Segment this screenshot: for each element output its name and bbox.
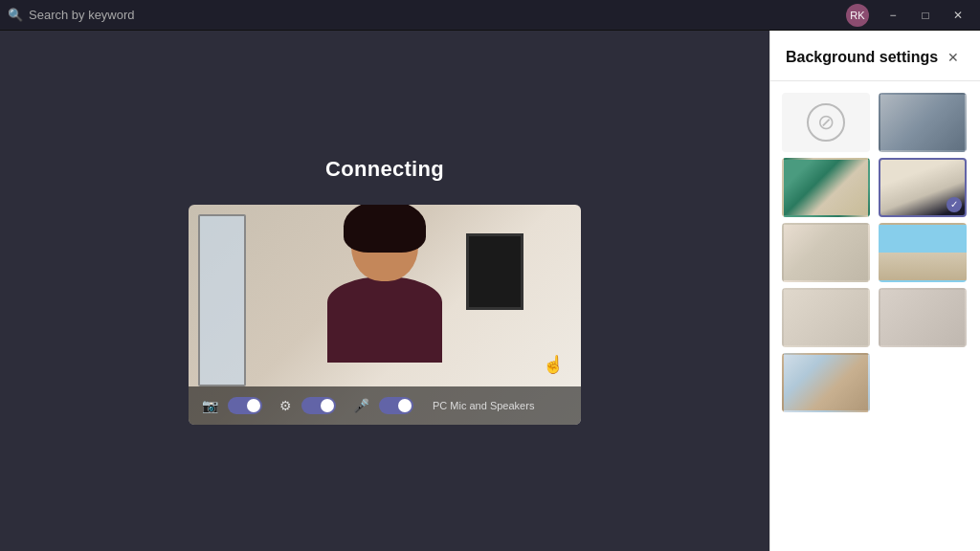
bg-option-beige[interactable] bbox=[782, 288, 870, 347]
search-area: 🔍 Search by keyword bbox=[8, 8, 135, 22]
person-body bbox=[327, 276, 442, 363]
person-silhouette bbox=[289, 205, 480, 386]
connecting-status: Connecting bbox=[325, 157, 444, 182]
audio-device-label: PC Mic and Speakers bbox=[433, 400, 534, 411]
bg-option-office2[interactable] bbox=[879, 158, 967, 217]
no-background-icon: ⊘ bbox=[807, 103, 845, 142]
camera-icon: 📷 bbox=[202, 398, 218, 413]
mic-toggle-knob bbox=[398, 399, 412, 412]
background-grid: ⊘ bbox=[770, 81, 980, 424]
bg-option-room1[interactable] bbox=[782, 223, 870, 282]
panel-header: Background settings ✕ bbox=[770, 31, 980, 81]
panel-title: Background settings bbox=[786, 49, 938, 66]
camera-toggle[interactable] bbox=[228, 397, 262, 414]
bg-option-office1[interactable] bbox=[782, 158, 870, 217]
maximize-button[interactable]: □ bbox=[911, 2, 940, 29]
search-icon: 🔍 bbox=[8, 8, 23, 22]
window-decoration bbox=[198, 214, 246, 386]
video-control-bar: 📷 ⚙ 🎤 PC Mic and Speakers bbox=[189, 386, 581, 425]
camera-toggle-knob bbox=[247, 399, 260, 412]
video-toggle[interactable] bbox=[301, 397, 336, 414]
bg-option-blur[interactable] bbox=[879, 93, 967, 152]
person-head bbox=[351, 205, 418, 281]
avatar[interactable]: RK bbox=[846, 4, 869, 27]
window-controls: RK − □ ✕ bbox=[846, 2, 972, 29]
close-panel-button[interactable]: ✕ bbox=[942, 46, 965, 69]
video-preview: 📷 ⚙ 🎤 PC Mic and Speakers ☝ bbox=[189, 205, 581, 425]
bg-option-modern[interactable] bbox=[782, 353, 870, 412]
close-button[interactable]: ✕ bbox=[944, 2, 972, 29]
bg-option-city[interactable] bbox=[879, 223, 967, 282]
main-container: Connecting 📷 bbox=[0, 31, 980, 551]
bg-option-none[interactable]: ⊘ bbox=[782, 93, 870, 152]
bg-option-plain[interactable] bbox=[879, 288, 967, 347]
titlebar: 🔍 Search by keyword RK − □ ✕ bbox=[0, 0, 980, 31]
video-toggle-knob bbox=[321, 399, 334, 412]
search-input[interactable]: Search by keyword bbox=[29, 8, 135, 22]
mic-toggle[interactable] bbox=[379, 397, 413, 414]
settings-icon: ⚙ bbox=[279, 398, 292, 413]
minimize-button[interactable]: − bbox=[879, 2, 907, 29]
background-settings-panel: Background settings ✕ ⊘ bbox=[769, 31, 980, 551]
call-area: Connecting 📷 bbox=[0, 31, 769, 551]
person-hair bbox=[344, 205, 426, 253]
mic-icon: 🎤 bbox=[353, 398, 369, 413]
